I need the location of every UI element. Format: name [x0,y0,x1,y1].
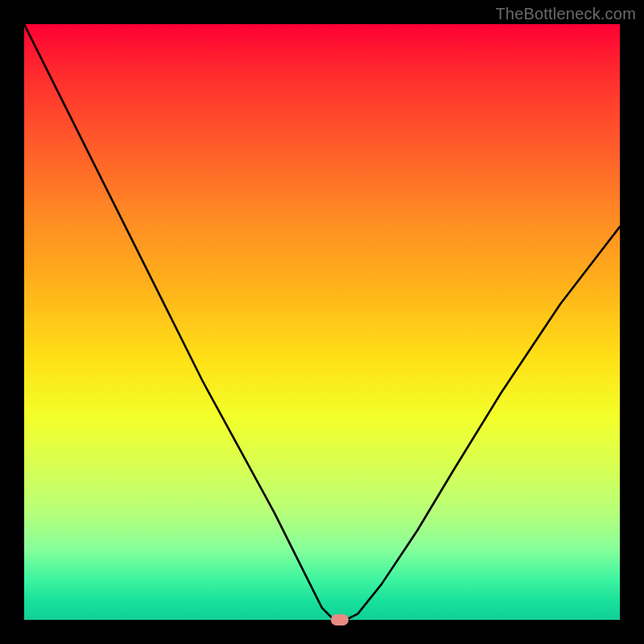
plot-area [24,24,620,620]
bottleneck-curve [24,24,620,620]
chart-frame: TheBottleneck.com [0,0,644,644]
optimal-point-marker [331,614,349,625]
source-watermark: TheBottleneck.com [495,5,636,23]
